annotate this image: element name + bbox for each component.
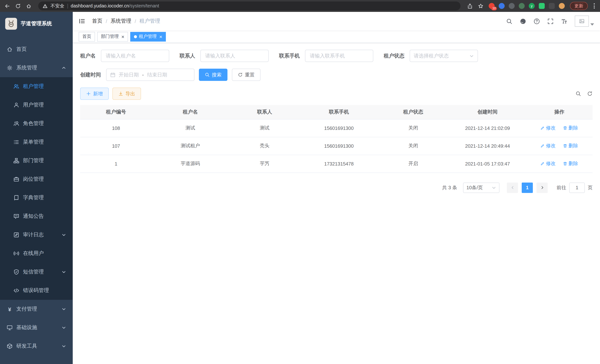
edit-button[interactable]: 修改 [540,160,556,167]
sidebar-item-dict[interactable]: 字典管理 [0,188,73,207]
chevron-left-icon [510,186,515,190]
extension-icon[interactable] [539,3,545,9]
page-size-select[interactable]: 10条/页 [463,182,499,193]
home-icon[interactable] [26,3,32,9]
url-path: /system/tenant [129,3,159,9]
filter-create-time: 创建时间 开始日期 - 结束日期 [80,69,194,81]
refresh-table-icon[interactable] [587,91,593,96]
status-select[interactable]: 请选择租户状态 [410,50,478,62]
goto-page-input[interactable] [569,182,585,193]
close-icon[interactable]: × [159,34,162,39]
sidebar-item-notice[interactable]: 通知公告 [0,207,73,226]
date-range-picker[interactable]: 开始日期 - 结束日期 [106,69,194,81]
status-label: 租户状态 [384,53,404,59]
puzzle-extension-icon[interactable] [549,3,555,9]
browser-menu-icon[interactable] [593,3,596,9]
table-right-tools [575,91,593,96]
back-icon[interactable] [4,3,10,9]
edit-button[interactable]: 修改 [540,125,556,131]
extension-badge: 10 [491,7,497,10]
table-row: 108 测试 测试 15601691300 关闭 2021-12-14 21:0… [80,119,593,137]
sidebar-item-sms[interactable]: 短信管理 [0,263,73,281]
filter-tenant-name: 租户名 [80,50,169,62]
sidebar-item-menu[interactable]: 菜单管理 [0,133,73,151]
search-icon[interactable] [506,18,512,24]
col-actions: 操作 [526,105,593,119]
sidebar-item-home[interactable]: 首页 [0,40,73,59]
user-avatar[interactable] [575,16,594,27]
box-icon [7,343,13,349]
reset-button[interactable]: 重置 [232,69,261,81]
search-button[interactable]: 搜索 [199,69,227,81]
extension-icon[interactable] [499,3,505,9]
extension-icon[interactable]: y [529,3,535,9]
export-button[interactable]: 导出 [112,88,141,100]
sidebar-item-infrastructure[interactable]: 基础设施 [0,318,73,337]
bookmark-star-icon[interactable] [478,3,484,9]
sidebar-item-system[interactable]: 系统管理 [0,59,73,77]
phone-label: 联系手机 [279,53,300,59]
sidebar-item-audit-log[interactable]: 审计日志 [0,226,73,244]
phone-input[interactable] [305,50,373,62]
breadcrumb-item[interactable]: 首页 [92,18,103,25]
prev-page-button[interactable] [507,182,518,193]
chevron-right-icon [540,186,544,190]
contact-label: 联系人 [180,53,195,59]
filter-phone: 联系手机 [279,50,373,62]
breadcrumb-item-current: 租户管理 [140,18,160,25]
help-icon[interactable] [534,18,540,24]
refresh-icon[interactable] [15,3,21,9]
sidebar-item-tenant[interactable]: 租户管理 [0,77,73,96]
github-icon[interactable] [520,18,526,24]
sidebar-item-role[interactable]: 角色管理 [0,114,73,133]
pagination: 共 3 条 10条/页 1 前往 页 [80,182,593,193]
signal-icon [13,251,19,256]
tab-home[interactable]: 首页 [79,32,95,41]
sidebar-item-payment[interactable]: ¥ 支付管理 [0,300,73,318]
delete-button[interactable]: 删除 [563,125,578,131]
tab-dept[interactable]: 部门管理 × [97,32,128,41]
breadcrumb-item[interactable]: 系统管理 [111,18,131,25]
current-page-button[interactable]: 1 [522,182,533,193]
message-icon [13,213,19,219]
delete-button[interactable]: 删除 [563,142,578,149]
goto-label: 前往 [557,184,566,191]
close-icon[interactable]: × [121,34,124,39]
sidebar-item-user[interactable]: 用户管理 [0,96,73,114]
sidebar-item-post[interactable]: 岗位管理 [0,170,73,188]
address-bar[interactable]: 不安全 dashboard.yudao.iocoder.cn/system/te… [38,1,460,10]
goto-page: 前往 页 [557,182,593,193]
font-size-icon[interactable] [561,18,567,24]
tab-tenant[interactable]: 租户管理 × [130,32,166,41]
home-icon [7,46,13,52]
fullscreen-icon[interactable] [547,18,554,24]
delete-button[interactable]: 删除 [563,160,578,167]
tenant-name-input[interactable] [101,50,169,62]
chevron-down-icon [62,326,66,330]
pagination-total: 共 3 条 [442,184,457,191]
download-icon [118,91,123,96]
url-host: dashboard.yudao.iocoder.cn [71,3,129,9]
add-button[interactable]: 新增 [80,88,109,100]
extension-icon[interactable]: 10 [489,3,495,9]
chrome-update-button[interactable]: 更新 [570,2,588,10]
app-logo[interactable]: 芋道管理系统 [0,12,73,36]
extension-icon[interactable] [519,3,525,9]
contact-input[interactable] [200,50,269,62]
extension-icon[interactable] [509,3,515,9]
sidebar-item-error-code[interactable]: 错误码管理 [0,281,73,300]
edit-button[interactable]: 修改 [540,142,556,149]
broken-image-icon [579,19,584,24]
trash-icon [563,126,567,130]
shield-icon [13,269,19,275]
share-icon[interactable] [467,3,473,9]
book-icon [13,195,19,201]
sidebar-item-online-users[interactable]: 在线用户 [0,244,73,263]
sidebar-collapse-icon[interactable] [79,18,85,25]
sidebar-item-dept[interactable]: 部门管理 [0,151,73,170]
profile-avatar[interactable] [559,3,565,9]
col-tenant-id: 租户编号 [80,105,152,119]
sidebar-item-dev-tools[interactable]: 研发工具 [0,337,73,355]
next-page-button[interactable] [536,182,548,193]
toggle-search-icon[interactable] [575,91,581,96]
